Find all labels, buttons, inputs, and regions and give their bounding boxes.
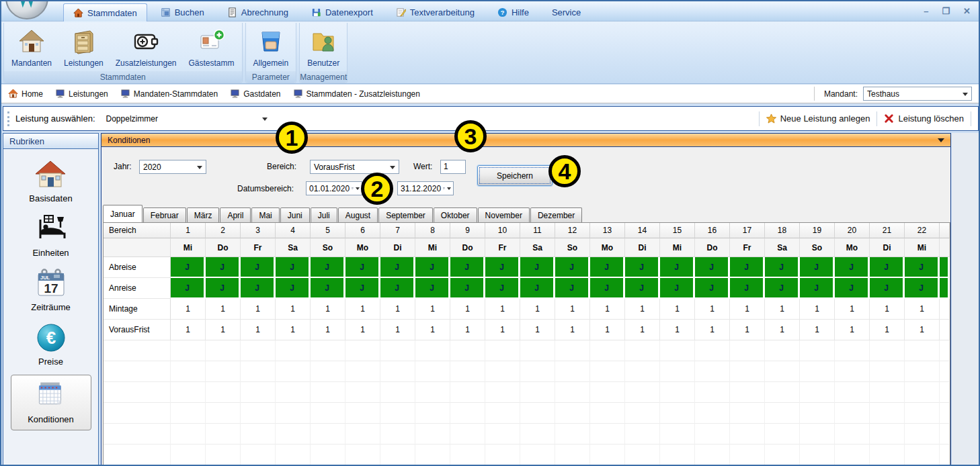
- grid-empty-cell[interactable]: [450, 382, 485, 403]
- grid-cell[interactable]: J: [241, 257, 276, 278]
- grid-cell[interactable]: J: [415, 278, 450, 299]
- grid-cell-sliver[interactable]: [940, 278, 950, 299]
- wert-input[interactable]: 1: [440, 160, 466, 174]
- menu-item-abrechnung[interactable]: Abrechnung: [218, 3, 298, 21]
- grid-empty-cell[interactable]: [206, 361, 241, 382]
- tab-januar[interactable]: Januar: [103, 205, 142, 222]
- grid-empty-cell[interactable]: [206, 445, 241, 465]
- grid-empty-cell[interactable]: [660, 382, 695, 403]
- grid-empty-cell[interactable]: [660, 361, 695, 382]
- grid-empty-cell[interactable]: [345, 445, 380, 465]
- grid-cell[interactable]: 1: [206, 299, 241, 320]
- grid-empty-cell[interactable]: [555, 340, 590, 361]
- delete-leistung-button[interactable]: Leistung löschen: [884, 113, 964, 124]
- grid-empty-cell[interactable]: [276, 424, 311, 445]
- grid-cell[interactable]: 1: [555, 320, 590, 340]
- grid-empty-cell[interactable]: [870, 424, 905, 445]
- tab-februar[interactable]: Februar: [143, 207, 186, 222]
- grid-empty-cell[interactable]: [171, 382, 206, 403]
- grid-empty-cell[interactable]: [206, 382, 241, 403]
- grid-empty-cell[interactable]: [800, 403, 835, 424]
- bereich-select[interactable]: VorausFrist: [310, 160, 399, 174]
- grid-cell[interactable]: J: [625, 257, 660, 278]
- grid-cell[interactable]: 1: [276, 320, 311, 340]
- grid-empty-cell[interactable]: [206, 403, 241, 424]
- grid-cell[interactable]: J: [450, 257, 485, 278]
- panel-header[interactable]: Konditionen: [101, 134, 950, 147]
- grid-empty-cell[interactable]: [870, 361, 905, 382]
- grid-empty-cell[interactable]: [590, 382, 625, 403]
- grid-empty-cell[interactable]: [520, 361, 555, 382]
- tab-märz[interactable]: März: [187, 207, 220, 222]
- grid-cell[interactable]: J: [380, 257, 415, 278]
- sidebar-item-basisdaten[interactable]: Basisdaten: [29, 158, 72, 203]
- grid-empty-cell[interactable]: [625, 403, 660, 424]
- grid-cell[interactable]: J: [380, 278, 415, 299]
- tab-april[interactable]: April: [220, 207, 251, 222]
- grid-empty-cell[interactable]: [800, 361, 835, 382]
- tab-mai[interactable]: Mai: [251, 207, 279, 222]
- grid-empty-cell[interactable]: [660, 403, 695, 424]
- grid-cell[interactable]: J: [450, 278, 485, 299]
- grid-cell[interactable]: 1: [590, 299, 625, 320]
- grid-empty-cell[interactable]: [171, 361, 206, 382]
- grid-cell[interactable]: J: [870, 278, 905, 299]
- grid-cell[interactable]: 1: [241, 299, 276, 320]
- grid-cell[interactable]: 1: [380, 299, 415, 320]
- grid-cell[interactable]: 1: [590, 320, 625, 340]
- grid-cell[interactable]: 1: [905, 320, 940, 340]
- grid-cell[interactable]: 1: [835, 320, 870, 340]
- grid-empty-cell[interactable]: [485, 340, 520, 361]
- grid-cell[interactable]: J: [730, 278, 765, 299]
- grid-cell[interactable]: J: [241, 278, 276, 299]
- tab-oktober[interactable]: Oktober: [434, 207, 477, 222]
- grid-cell[interactable]: J: [276, 257, 311, 278]
- grid-cell[interactable]: J: [415, 257, 450, 278]
- grid-empty-cell[interactable]: [520, 382, 555, 403]
- grid-empty-cell[interactable]: [380, 340, 415, 361]
- grid-empty-cell[interactable]: [660, 424, 695, 445]
- jahr-select[interactable]: 2020: [139, 160, 206, 174]
- tab-juni[interactable]: Juni: [280, 207, 310, 222]
- grid-empty-cell[interactable]: [345, 382, 380, 403]
- sidebar-item-preise[interactable]: €Preise: [35, 322, 67, 367]
- menu-item-textverarbeitung[interactable]: Textverarbeitung: [386, 3, 484, 21]
- grid-empty-cell[interactable]: [276, 403, 311, 424]
- grid-cell[interactable]: 1: [765, 320, 800, 340]
- grid-empty-cell[interactable]: [345, 340, 380, 361]
- grid-empty-cell[interactable]: [765, 403, 800, 424]
- leistung-select[interactable]: Doppelzimmer: [102, 111, 272, 126]
- ribbon-button-leistungen[interactable]: Leistungen: [58, 25, 109, 69]
- grid-empty-cell[interactable]: [835, 445, 870, 465]
- minimize-button[interactable]: –: [924, 6, 928, 16]
- grid-cell[interactable]: 1: [730, 299, 765, 320]
- grid-cell[interactable]: J: [660, 278, 695, 299]
- grid-empty-cell[interactable]: [241, 445, 276, 465]
- grid-cell[interactable]: J: [206, 257, 241, 278]
- grid-cell[interactable]: J: [345, 278, 380, 299]
- grid-cell[interactable]: 1: [345, 320, 380, 340]
- grid-cell[interactable]: 1: [485, 299, 520, 320]
- grid-empty-cell[interactable]: [555, 403, 590, 424]
- ribbon-button-allgemein[interactable]: Allgemein: [248, 25, 294, 69]
- grid-empty-cell[interactable]: [520, 445, 555, 465]
- sidebar-item-konditionen[interactable]: Konditionen: [11, 375, 91, 430]
- grid-empty-cell[interactable]: [380, 361, 415, 382]
- grid-empty-cell[interactable]: [905, 382, 940, 403]
- grid-empty-cell[interactable]: [730, 424, 765, 445]
- grid-empty-cell[interactable]: [870, 382, 905, 403]
- grid-empty-cell[interactable]: [485, 361, 520, 382]
- grid-empty-cell[interactable]: [555, 424, 590, 445]
- grid-empty-cell[interactable]: [276, 445, 311, 465]
- grid-empty-cell[interactable]: [311, 340, 345, 361]
- grid-cell[interactable]: J: [870, 257, 905, 278]
- grid-empty-cell[interactable]: [800, 424, 835, 445]
- grid-empty-cell[interactable]: [905, 445, 940, 465]
- grid-empty-cell[interactable]: [380, 424, 415, 445]
- grid-empty-cell[interactable]: [415, 424, 450, 445]
- grid-empty-cell[interactable]: [730, 382, 765, 403]
- grid-empty-cell[interactable]: [870, 403, 905, 424]
- grid-cell[interactable]: J: [905, 257, 940, 278]
- menu-item-datenexport[interactable]: Datenexport: [302, 3, 382, 21]
- sidebar-item-zeiträume[interactable]: JUL17Zeiträume: [31, 267, 71, 312]
